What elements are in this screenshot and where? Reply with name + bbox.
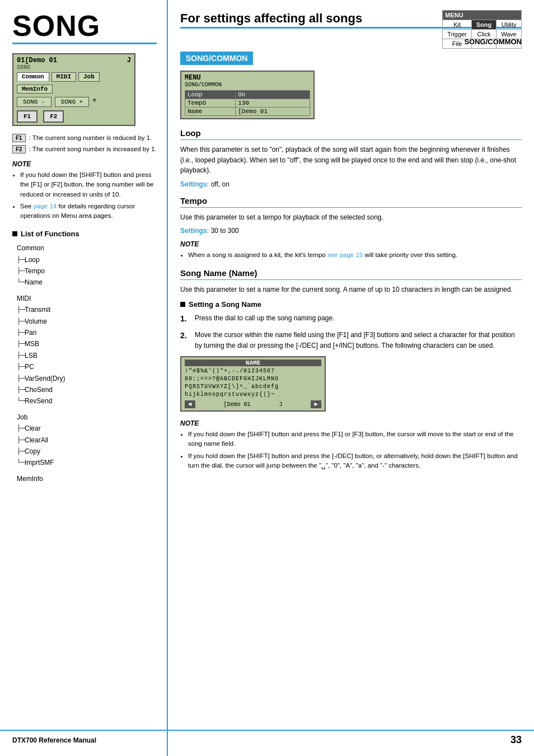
menu-kit[interactable]: Kit [443, 20, 471, 30]
note-list: If you hold down the [SHIFT] button and … [12, 170, 157, 221]
func-tempo: Tempo [17, 265, 157, 277]
menu-table-wrap: MENU Kit Song Utility Trigger Click Wave… [442, 10, 522, 49]
lcd-tab-job[interactable]: Job [78, 72, 100, 82]
menu-click[interactable]: Click [471, 30, 496, 39]
step-1: 1. Press the dial to call up the song na… [180, 313, 522, 325]
list-of-functions-label: List of Functions [21, 230, 79, 238]
name-right-arrow[interactable]: ► [311, 400, 321, 408]
menu-utility[interactable]: Utility [496, 20, 522, 30]
lcd-name-label: Name [185, 108, 236, 116]
func-name: Name [17, 277, 157, 288]
name-input-row: ◄ [Demo 01 J ► [185, 400, 321, 408]
page-footer: DTX700 Reference Manual 33 [0, 730, 534, 746]
f2-desc-row: F2 : The current song number is increase… [12, 145, 157, 153]
func-loop: Loop [17, 254, 157, 265]
lcd-btn-song-minus[interactable]: SONG - [17, 97, 51, 107]
lcd-row-loop: Loop On [185, 91, 310, 99]
lcd-sub-label: SONG/COMMON [185, 82, 310, 88]
char-row-1: !"#$%&'()*+,-./01234567 [185, 367, 321, 375]
lcd-loop-value: On [236, 91, 310, 99]
function-tree: Common Loop Tempo Name MIDI Transmit Vol… [17, 242, 157, 484]
lcd-top-display: 01[Demo 01 [17, 57, 57, 64]
lcd-scroll: ÷ [92, 97, 96, 107]
func-volume: Volume [17, 316, 157, 327]
lcd-name-value: [Demo 01 [236, 108, 310, 116]
song-name-note-block: NOTE If you hold down the [SHIFT] button… [180, 419, 522, 470]
tempo-body: Use this parameter to set a tempo for pl… [180, 212, 522, 223]
lcd-label: SONG [17, 64, 131, 71]
func-lsb: LSB [17, 350, 157, 361]
f2-label: F2 [12, 145, 26, 153]
lcd-tab-common[interactable]: Common [17, 72, 49, 82]
song-name-note-list: If you hold down the [SHIFT] button and … [180, 430, 522, 470]
menu-song[interactable]: Song [471, 20, 496, 30]
lcd-row-name: Name [Demo 01 [185, 108, 310, 116]
lcd-loop-name: Loop [185, 91, 236, 99]
step-2-text: Move the cursor within the name field us… [195, 330, 522, 351]
tempo-settings-label: Settings: [180, 227, 209, 235]
func-revsend: RevSend [17, 395, 157, 407]
song-name-section-title: Song Name (Name) [180, 268, 522, 280]
footer-page: 33 [510, 734, 522, 746]
tempo-note-title: NOTE [180, 240, 522, 248]
tempo-settings-value: 30 to 300 [211, 227, 239, 235]
f1-description: : The current song number is reduced by … [29, 134, 152, 141]
step-1-num: 1. [180, 313, 190, 325]
lcd-tempo-name: TempO [185, 99, 236, 108]
song-name-note-title: NOTE [180, 419, 522, 427]
char-row-4: hijklmnopqrstuvwxyz{|}~ [185, 391, 321, 399]
loop-settings-label: Settings: [180, 180, 209, 188]
f1-button[interactable]: F1 [17, 110, 38, 123]
lcd-tempo-value: 130 [236, 99, 310, 108]
menu-file[interactable]: File [443, 39, 471, 49]
lcd-menu-label: MENU [185, 74, 310, 82]
left-column: SONG 01[Demo 01 J SONG Common MIDI Job M… [0, 0, 168, 756]
lcd-tab-midi[interactable]: MIDI [51, 72, 76, 82]
category-meminfo: MemInfo [17, 473, 157, 484]
category-midi: MIDI [17, 293, 157, 304]
category-job: Job [17, 412, 157, 423]
list-of-functions-heading: List of Functions [12, 230, 157, 238]
note-link[interactable]: page 14 [34, 203, 57, 209]
f2-button[interactable]: F2 [43, 110, 64, 123]
tempo-settings: Settings: 30 to 300 [180, 227, 522, 235]
page-title: SONG [12, 11, 157, 40]
func-clear: Clear [17, 423, 157, 434]
tempo-note-block: NOTE When a song is assigned to a kit, t… [180, 240, 522, 260]
lcd-btn-song-plus[interactable]: SONG + [55, 97, 90, 107]
steps-list: 1. Press the dial to call up the song na… [180, 313, 522, 351]
name-lcd: NAME !"#$%&'()*+,-./01234567 89:;<=>?@AB… [180, 356, 326, 412]
f2-description: : The current song number is increased b… [29, 146, 157, 152]
footer-left: DTX700 Reference Manual [12, 736, 96, 744]
note-item-2: See page 14 for details regarding cursor… [20, 202, 157, 221]
loop-settings: Settings: off, on [180, 180, 522, 188]
song-common-box: SONG/COMMON [180, 52, 253, 65]
lcd-row-tempo: TempO 130 [185, 99, 310, 108]
func-pan: Pan [17, 327, 157, 338]
loop-settings-value: off, on [211, 180, 229, 188]
menu-trigger[interactable]: Trigger [443, 30, 471, 39]
func-copy: Copy [17, 446, 157, 457]
name-header: NAME [185, 360, 321, 366]
tempo-note-link[interactable]: see page 15 [327, 251, 363, 258]
name-left-arrow[interactable]: ◄ [185, 400, 195, 408]
char-row-3: PQRSTUVWXYZ[\]^_`abcdefg [185, 383, 321, 391]
f1-label: F1 [12, 134, 26, 142]
note-block: NOTE If you hold down the [SHIFT] button… [12, 160, 157, 221]
note-item-1: If you hold down the [SHIFT] button and … [20, 170, 157, 199]
lcd-params-table: Loop On TempO 130 Name [Demo 01 [185, 90, 310, 116]
func-msb: MSB [17, 338, 157, 349]
step-1-text: Press the dial to call up the song namin… [195, 313, 335, 325]
func-pc: PC [17, 361, 157, 372]
char-row-2: 89:;<=>?@ABCDEFGHIJKLMNO [185, 375, 321, 383]
func-varsend: VarSend(Dry) [17, 373, 157, 384]
lcd-tab-meminfo[interactable]: MemInfo [17, 85, 53, 94]
tempo-section-title: Tempo [180, 196, 522, 208]
menu-header: MENU [443, 11, 522, 20]
menu-table: MENU Kit Song Utility Trigger Click Wave… [442, 10, 522, 49]
char-rows: !"#$%&'()*+,-./01234567 89:;<=>?@ABCDEFG… [185, 367, 321, 399]
square-bullet-icon-2 [180, 302, 185, 307]
square-bullet-icon [12, 231, 17, 236]
right-column: For settings affecting all songs SONG/CO… [168, 0, 534, 756]
menu-wave[interactable]: Wave [496, 30, 522, 39]
